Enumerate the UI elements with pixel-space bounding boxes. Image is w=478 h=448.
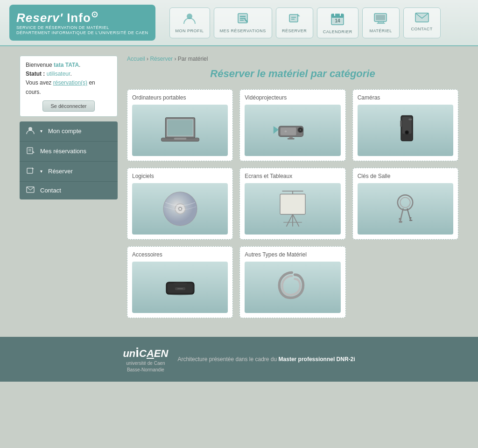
nav-calendrier[interactable]: 14 Calendrier	[317, 7, 358, 38]
svg-rect-48	[409, 119, 412, 121]
category-label: Clés de Salle	[358, 173, 453, 179]
category-cameras[interactable]: Caméras	[352, 89, 458, 161]
cd-image	[132, 183, 228, 235]
sidebar-item-reserver[interactable]: ▾ Réserver	[20, 162, 118, 182]
svg-rect-68	[409, 220, 412, 221]
category-label: Caméras	[358, 94, 453, 101]
category-label: Ordinateurs portables	[132, 94, 228, 101]
svg-point-62	[401, 198, 411, 208]
svg-rect-31	[168, 120, 193, 136]
svg-point-74	[173, 282, 187, 286]
svg-rect-65	[399, 221, 402, 223]
category-cles-salle[interactable]: Clés de Salle	[352, 168, 458, 240]
username: tata TATA	[54, 62, 79, 68]
svg-rect-47	[401, 120, 402, 127]
category-logiciels[interactable]: Logiciels	[127, 168, 233, 240]
svg-line-66	[408, 209, 411, 220]
svg-rect-18	[378, 21, 384, 23]
calendrier-icon: 14	[330, 12, 344, 28]
app-subtitle: SERVICE DE RÉSERVATION DE MATÉRIEL Dépar…	[16, 25, 148, 36]
nav-reserver[interactable]: Réserver	[276, 7, 313, 38]
svg-rect-73	[177, 288, 183, 289]
nav-calendrier-label: Calendrier	[323, 29, 352, 34]
category-label: Autres Types de Matériel	[245, 251, 340, 258]
sidebar-item-mes-reservations[interactable]: Mes réservations	[20, 142, 118, 162]
sidebar: Bienvenue tata TATA. Statut : utilisateu…	[20, 56, 118, 318]
sidebar-reserver-label: Réserver	[48, 168, 112, 175]
reserver-sidebar-icon	[25, 166, 35, 177]
keys-image	[358, 183, 453, 235]
projector-image	[245, 105, 340, 156]
contact-sidebar-icon	[25, 186, 35, 195]
status-line: Statut : utilisateur.	[26, 70, 112, 78]
svg-point-38	[299, 129, 302, 131]
reservations-icon	[236, 12, 249, 27]
reservations-sidebar-icon	[25, 146, 35, 156]
sidebar-nav: ▾ Mon compte Mes réservations	[20, 121, 118, 199]
svg-marker-39	[274, 126, 279, 134]
welcome-text: Bienvenue tata TATA.	[26, 61, 112, 70]
svg-rect-26	[27, 168, 33, 173]
header: Reserv' Info⊙ SERVICE DE RÉSERVATION DE …	[0, 0, 478, 46]
category-label: Logiciels	[132, 173, 228, 179]
nav-materiel-label: Matériel	[369, 28, 392, 33]
nav-mon-profil[interactable]: Mon profil	[169, 7, 210, 38]
category-ecrans-tableaux[interactable]: Ecrans et Tableaux	[239, 168, 345, 240]
breadcrumb-accueil[interactable]: Accueil	[127, 56, 145, 62]
reservation-line: Vous avez réservation(s) en cours.	[26, 78, 112, 96]
sidebar-item-mon-compte[interactable]: ▾ Mon compte	[20, 121, 118, 142]
main-container: Bienvenue tata TATA. Statut : utilisateu…	[10, 46, 468, 327]
logo-box: Reserv' Info⊙ SERVICE DE RÉSERVATION DE …	[9, 5, 155, 41]
account-icon	[25, 126, 35, 136]
screen-image	[245, 183, 340, 235]
category-accessoires[interactable]: Accessoires	[127, 246, 233, 318]
svg-rect-7	[289, 14, 298, 22]
category-autres-types[interactable]: Autres Types de Matériel	[239, 246, 345, 318]
breadcrumb: Accueil › Réserver › Par matériel	[127, 56, 458, 62]
footer-text: Architecture présentée dans le cadre du …	[177, 356, 355, 363]
materiel-icon	[373, 12, 388, 27]
nav-reservations-label: Mes réservations	[220, 28, 266, 33]
footer: uniCAEN université de CaenBasse-Normandi…	[0, 337, 478, 382]
breadcrumb-reserver[interactable]: Réserver	[150, 56, 173, 62]
nav-materiel[interactable]: Matériel	[362, 7, 400, 38]
svg-rect-42	[288, 138, 295, 140]
category-label: Accessoires	[132, 251, 228, 258]
svg-text:14: 14	[335, 18, 341, 23]
profil-icon	[183, 12, 196, 27]
svg-rect-64	[399, 218, 401, 220]
svg-rect-67	[409, 217, 412, 219]
user-info-box: Bienvenue tata TATA. Statut : utilisateu…	[20, 56, 118, 117]
svg-marker-27	[32, 167, 34, 169]
svg-marker-8	[297, 14, 300, 16]
top-nav: Mon profil Mes réservations	[169, 7, 441, 38]
sidebar-mes-reservations-label: Mes réservations	[40, 148, 112, 155]
nav-contact[interactable]: Contact	[403, 7, 441, 38]
sidebar-item-label: Mon compte	[48, 128, 112, 135]
sidebar-item-contact[interactable]: Contact	[20, 182, 118, 199]
categories-grid: Ordinateurs portables Vidéoprojecteurs	[127, 89, 458, 318]
svg-rect-35	[281, 128, 296, 135]
app-title: Reserv' Info⊙	[16, 9, 148, 25]
status-value: utilisateur	[47, 71, 70, 77]
laptop-image	[132, 105, 228, 156]
svg-rect-19	[377, 23, 385, 24]
sidebar-contact-label: Contact	[40, 187, 112, 194]
svg-line-58	[293, 214, 299, 227]
svg-rect-12	[331, 14, 344, 18]
svg-rect-33	[174, 138, 186, 140]
page-title: Réserver le matériel par catégorie	[127, 68, 458, 80]
contact-icon	[415, 12, 429, 25]
reservation-link[interactable]: réservation(s)	[53, 79, 87, 86]
chevron-down-icon: ▾	[40, 128, 42, 134]
reserver-icon	[288, 12, 301, 27]
nav-mes-reservations[interactable]: Mes réservations	[214, 7, 272, 38]
nav-profil-label: Mon profil	[176, 28, 204, 33]
disconnect-button[interactable]: Se déconnecter	[42, 100, 94, 112]
category-videoprojecteurs[interactable]: Vidéoprojecteurs	[239, 89, 345, 161]
svg-rect-17	[376, 15, 385, 20]
svg-point-40	[285, 130, 287, 133]
svg-point-46	[406, 131, 408, 134]
category-ordinateurs-portables[interactable]: Ordinateurs portables	[127, 89, 233, 161]
camera-image	[358, 105, 453, 156]
